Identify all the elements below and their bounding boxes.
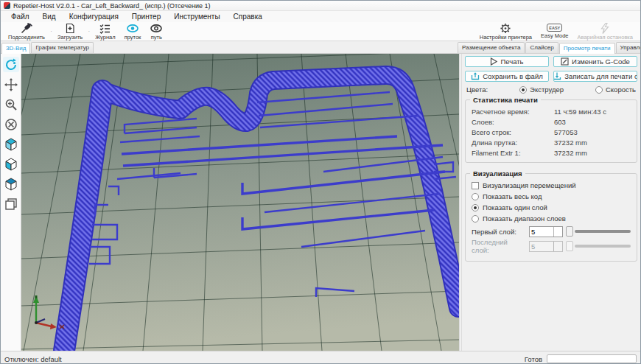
- load-label: Загрузить: [57, 34, 83, 41]
- tab-temperature-graph[interactable]: График температур: [31, 42, 94, 53]
- menu-view[interactable]: Вид: [37, 12, 62, 21]
- top-view-button[interactable]: [3, 176, 19, 192]
- tab-object-placement[interactable]: Размещение объекта: [458, 42, 525, 53]
- move-icon: [4, 78, 18, 91]
- reset-view-button[interactable]: [3, 116, 19, 132]
- isometric-cube-icon: [4, 138, 18, 151]
- magnifier-plus-icon: [4, 98, 18, 111]
- main-toolbar: Подсоединить · Загрузить · Журнал: [1, 22, 640, 41]
- first-layer-slider[interactable]: [566, 225, 631, 237]
- menu-printer[interactable]: Принтер: [126, 12, 167, 21]
- menu-config[interactable]: Конфигурация: [63, 12, 125, 21]
- radio-icon: [472, 193, 479, 200]
- slider-handle: [566, 241, 573, 251]
- travel-eye-icon: [150, 23, 163, 34]
- printer-state: Готов: [525, 355, 542, 363]
- slider-handle[interactable]: [566, 226, 573, 237]
- tab-3d-view[interactable]: 3D-Вид: [1, 43, 30, 54]
- menu-file[interactable]: Файл: [5, 12, 35, 21]
- layer-view-button[interactable]: [3, 196, 19, 211]
- last-layer-input: [530, 242, 553, 251]
- stat-label: Длина прутка:: [472, 139, 554, 147]
- show-layer-range-label: Показать диапазон слоев: [483, 214, 566, 223]
- stacked-cubes-icon: [4, 197, 18, 211]
- menu-help[interactable]: Справка: [228, 12, 268, 21]
- save-to-file-button[interactable]: Сохранить в файл: [465, 71, 549, 82]
- visualization-title: Визуализация: [470, 169, 525, 178]
- print-button[interactable]: Печать: [465, 56, 549, 67]
- first-layer-label: Первый слой:: [472, 228, 526, 236]
- colors-label: Цвета:: [466, 85, 488, 94]
- log-toggle-button[interactable]: Журнал: [91, 22, 119, 41]
- menu-bar: Файл Вид Конфигурация Принтер Инструмент…: [1, 11, 640, 22]
- export-file-icon: [471, 72, 480, 80]
- emergency-stop-button[interactable]: Аварийная остановка: [573, 22, 637, 41]
- show-travel-button[interactable]: путь: [145, 22, 167, 41]
- colors-row: Цвета: Экструдер Скорость: [466, 85, 636, 94]
- slider-track: [575, 245, 631, 248]
- printer-settings-button[interactable]: Настройки принтера: [475, 22, 536, 41]
- show-whole-code-radio[interactable]: Показать весь код: [472, 191, 631, 202]
- radio-icon: [472, 204, 479, 211]
- zoom-view-button[interactable]: [3, 97, 19, 112]
- last-layer-slider: [566, 240, 631, 252]
- log-label: Журнал: [95, 34, 115, 41]
- gear-icon: [500, 23, 511, 34]
- front-view-button[interactable]: [3, 156, 19, 172]
- first-layer-input[interactable]: [530, 227, 553, 237]
- save-for-sd-button[interactable]: Записать для печати с: [553, 71, 637, 82]
- stat-label: Слоев:: [472, 118, 554, 126]
- edit-gcode-button[interactable]: Изменить G-Code: [553, 56, 637, 67]
- isometric-view-button[interactable]: [3, 136, 19, 152]
- print-button-label: Печать: [500, 57, 523, 66]
- easy-mode-icon: EASY: [547, 24, 562, 32]
- tab-manual-control[interactable]: Управление: [616, 42, 641, 53]
- reset-view-icon: [4, 118, 18, 131]
- tab-print-preview[interactable]: Просмотр печати: [559, 43, 615, 54]
- load-button[interactable]: Загрузить: [53, 22, 87, 41]
- emergency-stop-label: Аварийная остановка: [578, 34, 633, 41]
- progress-bar: [547, 354, 637, 363]
- view-toolbar: [1, 54, 21, 351]
- visualization-group: Визуализация Визуализация перемещений По…: [465, 173, 637, 262]
- rotate-icon: [4, 58, 18, 71]
- first-layer-spinner[interactable]: [529, 226, 563, 237]
- menu-tools[interactable]: Инструменты: [168, 12, 225, 21]
- stat-label: Расчетное время:: [472, 108, 554, 116]
- travel-label: путь: [151, 34, 162, 41]
- print-preview-panel: Печать Изменить G-Code Сохранить в файл: [462, 54, 640, 351]
- window-title: Repetier-Host V2.0.1 - Car_Left_Backward…: [13, 2, 210, 10]
- show-layer-range-radio[interactable]: Показать диапазон слоев: [472, 213, 631, 224]
- extruder-radio[interactable]: Экструдер: [519, 85, 564, 94]
- stat-label: Всего строк:: [472, 128, 554, 136]
- panel-tabs: Размещение объекта Слайсер Просмотр печа…: [458, 42, 640, 53]
- stat-value: 603: [554, 118, 631, 126]
- move-view-button[interactable]: [3, 77, 19, 92]
- speed-radio-label: Скорость: [606, 85, 636, 94]
- edit-icon: [561, 57, 569, 66]
- 3d-scene[interactable]: [21, 54, 459, 351]
- connection-status: Отключен: default: [4, 355, 62, 363]
- show-single-layer-label: Показать один слой: [483, 203, 547, 211]
- toolbar-spacer: [167, 22, 474, 41]
- stat-value: 37232 mm: [554, 149, 631, 157]
- plug-icon: [21, 23, 33, 34]
- speed-radio[interactable]: Скорость: [595, 85, 636, 94]
- printer-settings-label: Настройки принтера: [480, 34, 532, 41]
- show-filament-button[interactable]: пруток: [120, 22, 146, 41]
- tab-slicer[interactable]: Слайсер: [525, 42, 558, 53]
- last-layer-label: Последний слой:: [472, 238, 526, 254]
- easy-mode-button[interactable]: EASY Easy Mode: [536, 22, 573, 41]
- save-to-file-label: Сохранить в файл: [483, 72, 542, 80]
- view-tabs: 3D-Вид График температур: [1, 42, 94, 53]
- show-single-layer-radio[interactable]: Показать один слой: [472, 202, 631, 213]
- slider-track: [575, 230, 631, 233]
- rotate-view-button[interactable]: [3, 57, 19, 72]
- stat-row: Всего строк: 577053: [472, 127, 631, 137]
- connect-button[interactable]: Подсоединить: [4, 22, 49, 41]
- stat-value: 11 ч:59 мин:43 с: [554, 108, 631, 116]
- stat-value: 577053: [554, 128, 631, 136]
- travel-visualization-checkbox[interactable]: Визуализация перемещений: [472, 180, 631, 191]
- stat-value: 37232 mm: [554, 139, 631, 147]
- checkbox-icon: [472, 182, 479, 189]
